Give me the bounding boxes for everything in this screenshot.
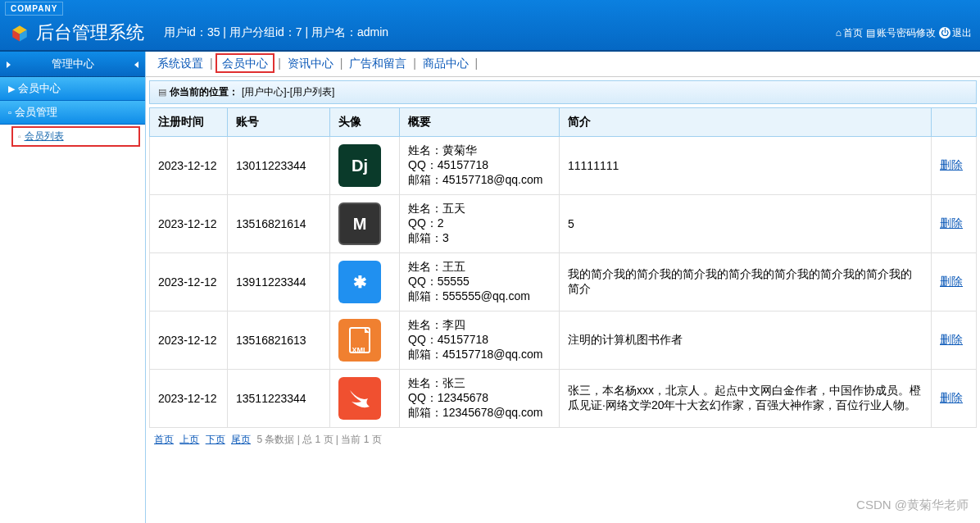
table-row: 2023-12-1213911223344✱姓名：王五 QQ：55555 邮箱：… xyxy=(150,253,977,312)
doc-icon: ▤ xyxy=(158,87,166,98)
avatar-swift-icon xyxy=(338,377,381,420)
avatar-star-icon: ✱ xyxy=(338,261,381,303)
cell-op: 删除 xyxy=(932,370,977,428)
table-row: 2023-12-1213516821613XML姓名：李四 QQ：4515771… xyxy=(150,312,977,370)
cell-avatar: M xyxy=(330,195,400,253)
cell-avatar: XML xyxy=(330,312,400,370)
cell-intro: 张三，本名杨xxx，北京人 。起点中文网白金作者，中国作协成员。橙瓜见证·网络文… xyxy=(560,370,932,428)
col-op xyxy=(932,108,977,137)
table-row: 2023-12-1213516821614M姓名：五天 QQ：2 邮箱：35删除 xyxy=(150,195,977,253)
sidebar-item-member-list[interactable]: ▫ 会员列表 xyxy=(11,126,140,147)
table-row: 2023-12-1213011223344Dj姓名：黄菊华 QQ：4515771… xyxy=(150,137,977,195)
home-icon: ⌂ xyxy=(836,27,842,39)
logo-icon xyxy=(8,21,31,44)
cell-avatar: ✱ xyxy=(330,253,400,312)
cell-op: 删除 xyxy=(932,253,977,312)
delete-link[interactable]: 删除 xyxy=(940,216,963,230)
header-bar: COMPANY 后台管理系统 用户id：35 | 用户分组id：7 | 用户名：… xyxy=(0,0,980,52)
sidebar-section-member-center[interactable]: ▶ 会员中心 xyxy=(0,77,145,101)
triangle-icon: ▶ xyxy=(8,84,15,94)
cell-summary: 姓名：黄菊华 QQ：45157718 邮箱：45157718@qq.com xyxy=(400,137,560,195)
tab-member[interactable]: 会员中心 xyxy=(216,53,274,73)
cell-intro: 5 xyxy=(560,195,932,253)
sidebar-header: 管理中心 xyxy=(0,52,145,77)
page-icon: ▫ xyxy=(8,107,11,117)
col-intro: 简介 xyxy=(560,108,932,137)
page-last[interactable]: 尾页 xyxy=(231,434,251,445)
delete-link[interactable]: 删除 xyxy=(940,333,963,346)
delete-link[interactable]: 删除 xyxy=(940,275,963,288)
avatar-xml-icon: XML xyxy=(338,319,381,362)
tab-ads[interactable]: 广告和留言 xyxy=(346,57,410,70)
cell-op: 删除 xyxy=(932,137,977,195)
cell-intro: 11111111 xyxy=(560,137,932,195)
cell-reg-time: 2023-12-12 xyxy=(150,312,228,370)
cell-account: 13516821614 xyxy=(228,195,330,253)
page-prev[interactable]: 上页 xyxy=(179,434,199,445)
cell-account: 13011223344 xyxy=(228,137,330,195)
cell-summary: 姓名：张三 QQ：12345678 邮箱：12345678@qq.com xyxy=(400,370,560,428)
sidebar-section-member-manage[interactable]: ▫ 会员管理 xyxy=(0,101,145,125)
password-link[interactable]: ▤账号密码修改 xyxy=(866,26,936,40)
sidebar: 管理中心 ▶ 会员中心 ▫ 会员管理 ▫ 会员列表 xyxy=(0,52,146,523)
avatar-m-icon: M xyxy=(338,202,381,245)
power-icon: ⏻ xyxy=(939,27,951,39)
cell-reg-time: 2023-12-12 xyxy=(150,137,228,195)
cell-intro: 注明的计算机图书作者 xyxy=(560,312,932,370)
breadcrumb: ▤ 你当前的位置： [用户中心]-[用户列表] xyxy=(149,80,977,104)
table-row: 2023-12-1213511223344姓名：张三 QQ：12345678 邮… xyxy=(150,370,977,428)
company-tag: COMPANY xyxy=(5,2,63,16)
cell-summary: 姓名：五天 QQ：2 邮箱：3 xyxy=(400,195,560,253)
user-info: 用户id：35 | 用户分组id：7 | 用户名：admin xyxy=(164,25,836,40)
tab-goods[interactable]: 商品中心 xyxy=(420,57,472,70)
page-next[interactable]: 下页 xyxy=(206,434,225,445)
cell-account: 13516821613 xyxy=(228,312,330,370)
col-summary: 概要 xyxy=(400,108,560,137)
cell-op: 删除 xyxy=(932,312,977,370)
system-title: 后台管理系统 xyxy=(36,20,144,45)
delete-link[interactable]: 删除 xyxy=(940,391,963,404)
cell-reg-time: 2023-12-12 xyxy=(150,195,228,253)
cell-summary: 姓名：王五 QQ：55555 邮箱：555555@qq.com xyxy=(400,253,560,312)
member-table: 注册时间 账号 头像 概要 简介 2023-12-1213011223344Dj… xyxy=(149,107,977,428)
page-info: 5 条数据 | 总 1 页 | 当前 1 页 xyxy=(256,434,381,445)
col-reg-time: 注册时间 xyxy=(150,108,228,137)
cell-op: 删除 xyxy=(932,195,977,253)
cell-reg-time: 2023-12-12 xyxy=(150,370,228,428)
page-icon: ▫ xyxy=(18,132,21,141)
col-avatar: 头像 xyxy=(330,108,400,137)
page-first[interactable]: 首页 xyxy=(154,434,174,445)
home-link[interactable]: ⌂首页 xyxy=(836,26,863,40)
delete-link[interactable]: 删除 xyxy=(940,158,963,171)
cell-reg-time: 2023-12-12 xyxy=(150,253,228,312)
avatar-dj-icon: Dj xyxy=(338,144,381,187)
tab-system[interactable]: 系统设置 xyxy=(154,57,206,70)
cell-avatar: Dj xyxy=(330,137,400,195)
pagination: 首页 上页 下页 尾页 5 条数据 | 总 1 页 | 当前 1 页 xyxy=(146,428,980,452)
cell-avatar xyxy=(330,370,400,428)
tab-news[interactable]: 资讯中心 xyxy=(284,57,337,70)
list-icon: ▤ xyxy=(866,27,875,39)
cell-intro: 我的简介我的简介我的简介我的简介我的简介我的简介我的简介我的简介 xyxy=(560,253,932,312)
cell-summary: 姓名：李四 QQ：45157718 邮箱：45157718@qq.com xyxy=(400,312,560,370)
col-account: 账号 xyxy=(228,108,330,137)
exit-link[interactable]: ⏻退出 xyxy=(939,26,972,40)
cell-account: 13911223344 xyxy=(228,253,330,312)
content-area: 系统设置 | 会员中心 | 资讯中心 | 广告和留言 | 商品中心 | ▤ 你当… xyxy=(146,52,980,523)
top-tabs: 系统设置 | 会员中心 | 资讯中心 | 广告和留言 | 商品中心 | xyxy=(146,52,980,77)
cell-account: 13511223344 xyxy=(228,370,330,428)
